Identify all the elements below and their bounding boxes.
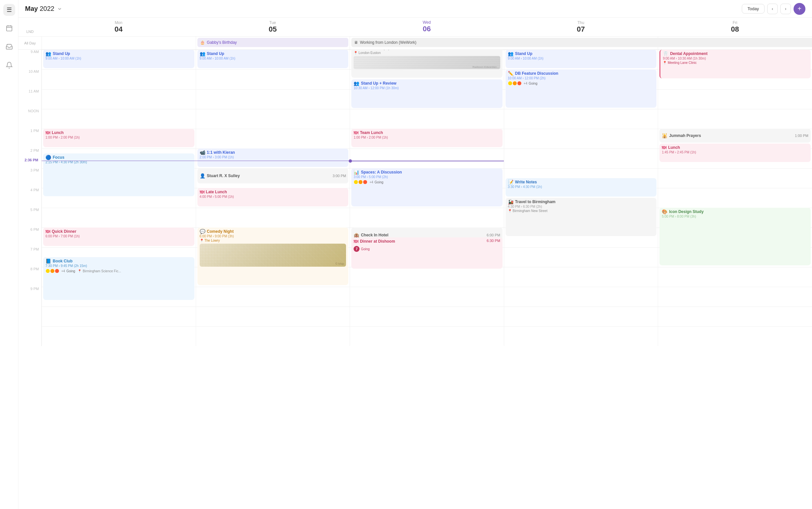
- svg-rect-0: [6, 26, 12, 31]
- allday-mon: [41, 37, 196, 49]
- event-title: Working from London (WeWork): [360, 40, 416, 45]
- time-grid-scroll[interactable]: 9 AM 10 AM 11 AM NOON 1 PM 2 PM 3 PM 4 P…: [19, 50, 812, 509]
- inbox-icon[interactable]: [3, 41, 15, 53]
- dropdown-icon[interactable]: [57, 6, 62, 11]
- day-col-tue: 👥 Stand Up 9:00 AM › 10:00 AM (1h) 📹 1:1…: [196, 50, 350, 346]
- allday-label: All Day: [19, 37, 41, 49]
- event-stand-up-thu[interactable]: 👥 Stand Up 9:00 AM › 10:00 AM (1h): [505, 50, 657, 68]
- event-comedy-night-tue[interactable]: 💬 Comedy Night 6:00 PM › 9:00 PM (3h) 📍 …: [197, 228, 349, 285]
- day-header-tue: Tue 05: [196, 18, 350, 36]
- event-db-feature-thu[interactable]: ✏️ DB Feature Discussion 10:00 AM › 12:0…: [505, 69, 657, 108]
- gabby-birthday-event[interactable]: 🎂 Gabby's Birthday: [197, 38, 349, 47]
- month-label: May: [25, 5, 38, 12]
- event-jummah-fri[interactable]: 🕌 Jummah Prayers 1:00 PM: [659, 129, 811, 142]
- main-area: May 2022 Today ‹ › + LND Mon 04 Tue 05: [19, 0, 812, 509]
- event-dinner-dishoom-wed[interactable]: 🍽 Dinner at Dishoom 6:30 PM 7 Going: [351, 237, 503, 269]
- notification-icon[interactable]: [3, 59, 15, 71]
- current-time-line-wed: [350, 161, 504, 161]
- sidebar: ☰: [0, 0, 19, 509]
- event-late-lunch-tue[interactable]: 🍽 Late Lunch 4:00 PM › 5:00 PM (1h): [197, 188, 349, 206]
- day-col-thu: 👥 Stand Up 9:00 AM › 10:00 AM (1h) ✏️ DB…: [504, 50, 658, 346]
- next-button[interactable]: ›: [780, 4, 791, 14]
- allday-row: All Day 🎂 Gabby's Birthday 🖥 Working fro…: [19, 37, 812, 50]
- header-right: Today ‹ › +: [742, 3, 805, 15]
- event-team-lunch-wed[interactable]: 🍽 Team Lunch 1:00 PM › 2:00 PM (1h): [351, 129, 503, 147]
- event-spaces-discussion-wed[interactable]: 📊 Spaces: A Discussion 3:00 PM › 5:00 PM…: [351, 168, 503, 206]
- event-stand-up-mon[interactable]: 👥 Stand Up 9:00 AM › 10:00 AM (1h): [43, 50, 194, 68]
- event-quick-dinner-mon[interactable]: 🍽 Quick Dinner 6:00 PM › 7:00 PM (1h): [43, 228, 194, 246]
- event-standup-review-wed[interactable]: 👥 Stand Up + Review 10:30 AM › 12:00 PM …: [351, 79, 503, 108]
- header-left: May 2022: [25, 5, 62, 12]
- day-col-wed: 🚂 Travel to London 8:30 AM › 10:30 AM (2…: [350, 50, 504, 346]
- time-column: 9 AM 10 AM 11 AM NOON 1 PM 2 PM 3 PM 4 P…: [19, 50, 41, 346]
- event-travel-birmingham-thu[interactable]: 🚂 Travel to Birmingham 4:30 PM › 6:30 PM…: [505, 198, 657, 236]
- time-grid: 9 AM 10 AM 11 AM NOON 1 PM 2 PM 3 PM 4 P…: [19, 50, 812, 346]
- menu-icon[interactable]: ☰: [3, 4, 15, 16]
- event-stuart-tue[interactable]: 👤 Stuart R. X Sulley 3:00 PM: [197, 168, 349, 183]
- lnd-header: LND: [19, 18, 41, 36]
- event-lunch-fri[interactable]: 🍽 Lunch 1:45 PM › 2:45 PM (1h): [659, 143, 811, 162]
- comedy-night-map: © Map: [200, 244, 346, 267]
- day-header-wed: Wed 06: [350, 18, 504, 36]
- event-title: Gabby's Birthday: [207, 40, 237, 45]
- event-stand-up-tue[interactable]: 👥 Stand Up 9:00 AM › 10:00 AM (1h): [197, 50, 349, 68]
- event-icon-design-fri[interactable]: 🎨 Icon Design Study 5:00 PM › 8:00 PM (3…: [659, 208, 811, 265]
- event-write-notes-thu[interactable]: 📝 Write Notes 3:30 PM › 4:30 PM (1h): [505, 178, 657, 197]
- header: May 2022 Today ‹ › +: [19, 0, 812, 18]
- day-col-mon: 👥 Stand Up 9:00 AM › 10:00 AM (1h) 🍽 Lun…: [41, 50, 196, 346]
- day-header-thu: Thu 07: [504, 18, 658, 36]
- day-header-fri: Fri 08: [658, 18, 812, 36]
- calendar-view: LND Mon 04 Tue 05 Wed 06 Thu 07 Fri 08: [19, 18, 812, 509]
- calendar-icon[interactable]: [3, 23, 15, 34]
- day-headers: LND Mon 04 Tue 05 Wed 06 Thu 07 Fri 08: [19, 18, 812, 37]
- prev-button[interactable]: ‹: [767, 4, 778, 14]
- event-lunch-mon[interactable]: 🍽 Lunch 1:00 PM › 2:00 PM (1h): [43, 129, 194, 147]
- allday-wed[interactable]: 🖥 Working from London (WeWork): [350, 37, 658, 49]
- allday-tue[interactable]: 🎂 Gabby's Birthday: [196, 37, 350, 49]
- year-label: 2022: [39, 5, 54, 12]
- month-title: May 2022: [25, 5, 54, 12]
- event-11-kieran-tue[interactable]: 📹 1:1 with Kieran 2:00 PM › 3:00 PM (1h): [197, 148, 349, 167]
- current-time-label: 2:36 PM: [19, 158, 41, 162]
- event-travel-london-wed[interactable]: 🚂 Travel to London 8:30 AM › 10:30 AM (2…: [351, 50, 503, 78]
- today-button[interactable]: Today: [742, 4, 764, 13]
- day-col-fri: 🦷 Dental Appointment 9:00 AM › 10:30 AM …: [658, 50, 812, 346]
- event-dental-fri[interactable]: 🦷 Dental Appointment 9:00 AM › 10:30 AM …: [659, 50, 811, 78]
- event-focus-mon[interactable]: 🔵 Focus 2:15 PM › 4:30 PM (2h 30m): [43, 154, 194, 196]
- event-book-club-mon[interactable]: 📘 Book Club 7:30 PM › 9:45 PM (2h 15m) +…: [43, 257, 194, 300]
- day-header-mon: Mon 04: [41, 18, 196, 36]
- add-event-button[interactable]: +: [793, 3, 805, 15]
- allday-fri: [658, 37, 812, 49]
